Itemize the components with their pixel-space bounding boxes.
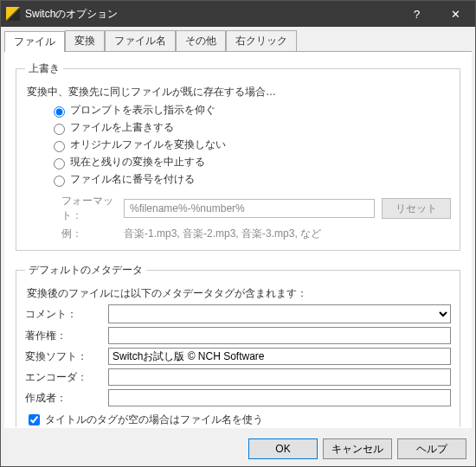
radio-skip[interactable]: オリジナルファイルを変換しない [49, 138, 451, 152]
use-filename-checkbox[interactable] [29, 414, 40, 425]
tab-other[interactable]: その他 [176, 30, 226, 51]
radio-overwrite-input[interactable] [54, 124, 65, 135]
window-title: Switchのオプション [25, 7, 397, 22]
radio-prompt[interactable]: プロンプトを表示し指示を仰ぐ [49, 103, 451, 118]
copyright-row: 著作権： [25, 327, 451, 344]
example-label: 例： [61, 227, 124, 241]
comment-label: コメント： [25, 307, 108, 322]
tab-file[interactable]: ファイル [4, 31, 65, 52]
format-label: フォーマット： [61, 194, 124, 223]
software-row: 変換ソフト： [25, 348, 451, 365]
titlebar: Switchのオプション ? ✕ [1, 1, 475, 27]
tab-filename[interactable]: ファイル名 [105, 30, 176, 51]
author-row: 作成者： [25, 389, 451, 406]
overwrite-desc: 変換中、変換先に同じファイルが既に存在する場合… [27, 85, 451, 99]
cancel-button[interactable]: キャンセル [323, 438, 392, 459]
dialog-window: Switchのオプション ? ✕ ファイル 変換 ファイル名 その他 右クリック… [0, 0, 476, 467]
radio-skip-label: オリジナルファイルを変換しない [70, 138, 226, 152]
encoder-label: エンコーダ： [25, 370, 108, 385]
tab-strip: ファイル 変換 ファイル名 その他 右クリック [1, 27, 475, 51]
reset-button: リセット [382, 198, 451, 219]
tab-content: 上書き 変換中、変換先に同じファイルが既に存在する場合… プロンプトを表示し指示… [4, 52, 472, 428]
radio-prompt-input[interactable] [54, 106, 65, 118]
help-button[interactable]: ? [397, 1, 436, 27]
example-value: 音楽-1.mp3, 音楽-2.mp3, 音楽-3.mp3, など [124, 227, 321, 241]
software-label: 変換ソフト： [25, 349, 108, 364]
use-filename-row[interactable]: タイトルのタグが空の場合はファイル名を使う [25, 412, 451, 428]
encoder-row: エンコーダ： [25, 368, 451, 386]
radio-skip-input[interactable] [54, 141, 65, 152]
radio-number[interactable]: ファイル名に番号を付ける [49, 172, 451, 187]
radio-prompt-label: プロンプトを表示し指示を仰ぐ [70, 103, 215, 118]
example-row: 例： 音楽-1.mp3, 音楽-2.mp3, 音楽-3.mp3, など [61, 227, 451, 241]
dialog-footer: OK キャンセル ヘルプ [1, 432, 475, 466]
comment-row: コメント： [25, 304, 451, 323]
radio-abort-input[interactable] [54, 158, 65, 170]
comment-select[interactable] [108, 304, 451, 323]
radio-overwrite-label: ファイルを上書きする [70, 120, 174, 135]
help-footer-button[interactable]: ヘルプ [397, 438, 466, 459]
copyright-label: 著作権： [25, 329, 108, 343]
radio-number-input[interactable] [54, 176, 65, 187]
copyright-input[interactable] [108, 327, 451, 344]
close-button[interactable]: ✕ [436, 1, 475, 27]
author-label: 作成者： [25, 391, 108, 406]
tab-convert[interactable]: 変換 [65, 30, 105, 51]
radio-number-label: ファイル名に番号を付ける [70, 172, 195, 187]
radio-overwrite[interactable]: ファイルを上書きする [49, 120, 451, 135]
overwrite-legend: 上書き [25, 61, 63, 76]
app-icon [6, 7, 20, 21]
tab-rightclick[interactable]: 右クリック [226, 30, 297, 51]
radio-abort[interactable]: 現在と残りの変換を中止する [49, 155, 451, 170]
software-input[interactable] [108, 348, 451, 365]
metadata-group: デフォルトのメタデータ 変換後のファイルには以下のメタデータタグが含まれます： … [16, 263, 460, 428]
overwrite-group: 上書き 変換中、変換先に同じファイルが既に存在する場合… プロンプトを表示し指示… [16, 61, 460, 251]
metadata-legend: デフォルトのメタデータ [25, 263, 146, 278]
encoder-input[interactable] [108, 368, 451, 386]
format-row: フォーマット： リセット [61, 194, 451, 223]
format-input [124, 199, 375, 218]
metadata-desc: 変換後のファイルには以下のメタデータタグが含まれます： [27, 286, 451, 301]
ok-button[interactable]: OK [248, 438, 318, 459]
use-filename-label: タイトルのタグが空の場合はファイル名を使う [45, 413, 263, 427]
radio-abort-label: 現在と残りの変換を中止する [70, 155, 205, 170]
author-input[interactable] [108, 389, 451, 406]
